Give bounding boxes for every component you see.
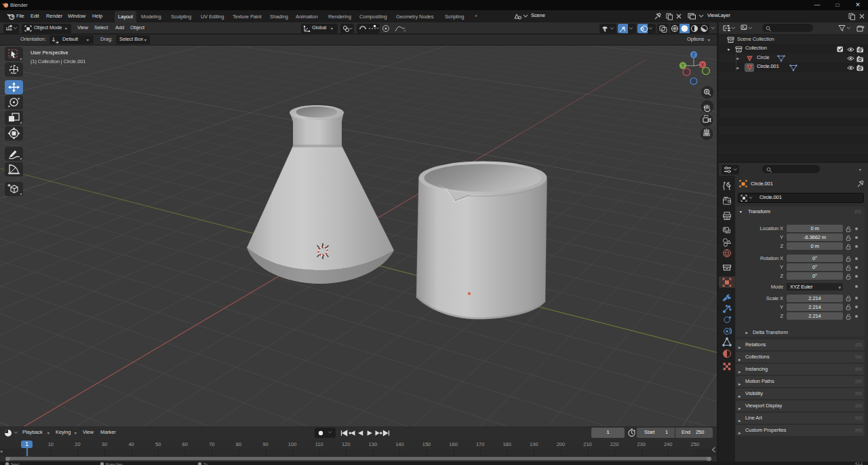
svg-text:X: X <box>701 62 705 67</box>
svg-text:Z: Z <box>692 52 695 57</box>
svg-text:Zoom Vie: Zoom Vie <box>203 462 208 465</box>
svg-text:Rotate View: Rotate View <box>106 462 123 465</box>
svg-text:Y: Y <box>682 63 685 68</box>
svg-text:Select: Select <box>11 462 20 465</box>
